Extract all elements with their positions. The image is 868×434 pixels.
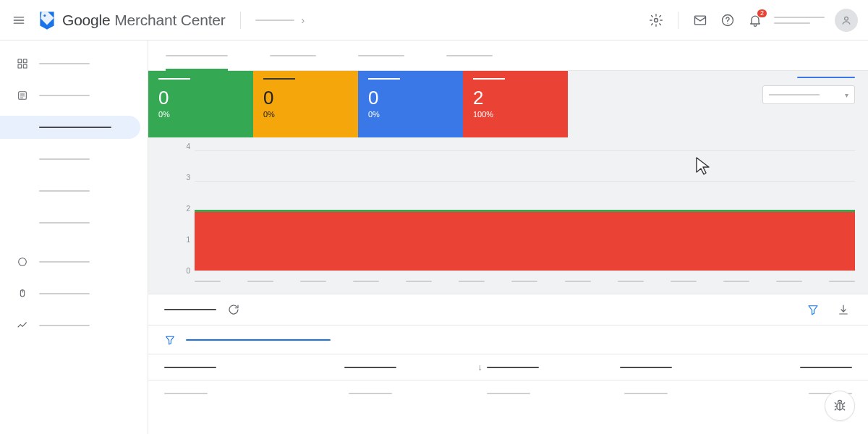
svg-rect-8 (18, 64, 22, 68)
chevron-right-icon: › (302, 14, 305, 26)
funnel-icon (164, 334, 176, 346)
tabstrip (148, 41, 868, 71)
tab-3[interactable] (446, 41, 493, 70)
sort-arrow-icon: ↓ (478, 362, 482, 373)
y-tick-label: 1 (186, 236, 190, 244)
mouse-icon (16, 288, 29, 299)
notifications-button[interactable]: 2 (746, 12, 764, 29)
mail-icon (693, 13, 707, 27)
main: 00% 00% 00% 2100% ▾ 01234 (148, 41, 868, 434)
x-tick (300, 281, 326, 282)
th-0[interactable] (164, 367, 302, 368)
help-icon (720, 13, 735, 27)
svg-rect-2 (695, 16, 706, 25)
merchant-tag-icon (38, 9, 56, 31)
notification-badge: 2 (757, 9, 767, 17)
dashboard-icon (16, 58, 29, 69)
summary-card-1[interactable]: 00% (253, 71, 358, 137)
svg-rect-7 (23, 59, 27, 63)
divider (678, 12, 678, 29)
trend-icon (16, 320, 29, 331)
x-tick (618, 281, 644, 282)
account-label (774, 17, 825, 24)
table-header: ↓ (148, 354, 868, 380)
topbar: Google Merchant Center › (0, 0, 868, 41)
table-row[interactable] (148, 380, 868, 407)
dashboard-region: 00% 00% 00% 2100% ▾ 01234 (148, 71, 868, 294)
sidebar-item-1a[interactable] (0, 116, 140, 139)
x-tick (723, 281, 749, 282)
tab-0[interactable] (166, 41, 228, 70)
filter-button[interactable] (804, 301, 822, 318)
y-tick-label: 0 (186, 267, 190, 275)
app-title: Google Merchant Center (62, 12, 226, 29)
list-icon (16, 90, 29, 101)
svg-point-5 (845, 17, 848, 20)
x-tick (195, 281, 221, 282)
sidebar-item-1b[interactable] (0, 148, 148, 171)
help-button[interactable] (719, 12, 736, 29)
feedback-button[interactable] (825, 391, 855, 421)
th-4[interactable] (715, 367, 852, 368)
divider (240, 12, 241, 29)
account-avatar[interactable] (835, 9, 858, 32)
active-filter-text[interactable] (186, 339, 331, 341)
summary-cards: 00% 00% 00% 2100% (148, 71, 868, 137)
sidebar-item-1d[interactable] (0, 211, 148, 234)
tab-1[interactable] (270, 41, 316, 70)
sidebar-item-2[interactable] (0, 250, 148, 273)
date-range-select[interactable]: ▾ (762, 85, 855, 104)
sidebar-item-4[interactable] (0, 314, 148, 337)
menu-button[interactable] (10, 12, 27, 29)
funnel-icon (807, 303, 820, 316)
th-1[interactable] (302, 367, 439, 368)
svg-point-0 (43, 14, 46, 17)
svg-rect-9 (23, 64, 27, 68)
y-tick-label: 2 (186, 205, 190, 213)
x-tick (671, 281, 697, 282)
chart: 01234 (161, 146, 855, 284)
x-tick (829, 281, 855, 282)
tab-2[interactable] (358, 41, 404, 70)
settings-button[interactable] (647, 12, 665, 29)
active-filter-icon[interactable] (164, 334, 176, 346)
circle-icon (16, 256, 29, 268)
svg-point-1 (655, 18, 658, 22)
th-3[interactable] (577, 367, 715, 368)
toolbar-label (164, 309, 216, 310)
bug-icon (833, 399, 847, 413)
refresh-button[interactable] (225, 301, 242, 318)
sidebar (0, 41, 148, 434)
svg-rect-6 (18, 59, 22, 63)
th-2[interactable]: ↓ (439, 362, 576, 373)
x-tick (406, 281, 432, 282)
svg-point-11 (19, 258, 27, 266)
summary-card-2[interactable]: 00% (358, 71, 463, 137)
sidebar-item-3[interactable] (0, 282, 148, 305)
download-icon (837, 303, 850, 316)
active-filter-row (148, 326, 868, 354)
y-tick-label: 4 (186, 142, 190, 150)
sidebar-item-1[interactable] (0, 84, 148, 107)
breadcrumb[interactable]: › (255, 14, 305, 26)
download-button[interactable] (835, 301, 852, 318)
x-tick (353, 281, 379, 282)
svg-point-4 (728, 22, 728, 23)
table-toolbar (148, 294, 868, 326)
x-tick (565, 281, 591, 282)
x-tick (459, 281, 485, 282)
chevron-down-icon: ▾ (845, 91, 848, 99)
y-tick-label: 3 (186, 174, 190, 182)
date-range-link[interactable] (797, 77, 855, 78)
x-tick (511, 281, 537, 282)
mail-button[interactable] (692, 12, 709, 29)
app-logo[interactable]: Google Merchant Center (38, 9, 226, 31)
summary-card-3[interactable]: 2100% (463, 71, 568, 137)
gear-icon (649, 13, 663, 27)
sidebar-item-0[interactable] (0, 52, 148, 75)
sidebar-item-1c[interactable] (0, 179, 148, 203)
date-range-area: ▾ (762, 77, 855, 104)
refresh-icon (227, 303, 240, 316)
summary-card-0[interactable]: 00% (148, 71, 253, 137)
x-tick (247, 281, 273, 282)
